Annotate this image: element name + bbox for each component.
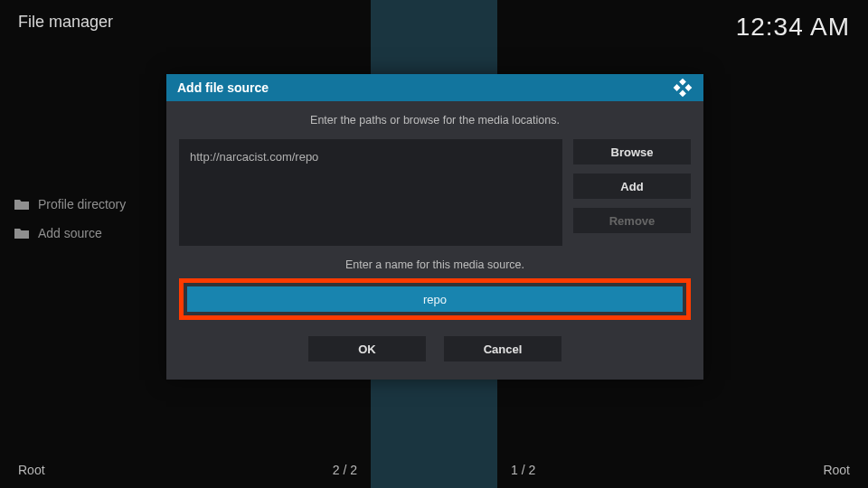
svg-rect-0 [679,79,686,86]
footer-count-right: 1 / 2 [511,463,535,477]
footer-count-left: 2 / 2 [333,463,357,477]
dialog-title: Add file source [177,80,269,95]
clock: 12:34 AM [736,13,850,42]
left-source-list: Profile directory Add source [0,190,140,248]
path-row: http://narcacist.com/repo Browse Add Rem… [179,139,691,246]
header-bar: File manager 12:34 AM [0,0,868,45]
svg-rect-3 [679,90,686,98]
left-item-profile-directory[interactable]: Profile directory [0,190,140,219]
media-source-name-input[interactable] [187,286,683,312]
ok-button[interactable]: OK [308,336,426,361]
left-item-label: Profile directory [38,197,126,211]
dialog-body: Enter the paths or browse for the media … [166,101,703,380]
add-file-source-dialog: Add file source Enter the paths or brows… [166,74,703,380]
path-side-buttons: Browse Add Remove [573,139,691,246]
footer-left-label: Root [18,463,45,477]
kodi-logo-icon [673,78,693,98]
page-title: File manager [18,13,113,32]
left-item-label: Add source [38,226,102,240]
dialog-instruction-paths: Enter the paths or browse for the media … [179,114,691,127]
folder-icon [14,228,29,239]
add-button[interactable]: Add [573,174,691,199]
svg-rect-2 [685,84,693,91]
path-input-value: http://narcacist.com/repo [190,150,318,164]
svg-rect-1 [674,84,681,91]
left-item-add-source[interactable]: Add source [0,219,140,248]
footer-right-label: Root [823,463,850,477]
browse-button[interactable]: Browse [573,139,691,164]
remove-button: Remove [573,208,691,233]
cancel-button[interactable]: Cancel [444,336,561,361]
name-input-highlight [179,278,691,320]
folder-icon [14,199,29,210]
dialog-action-buttons: OK Cancel [179,336,691,361]
footer-bar: Root 2 / 2 1 / 2 Root [0,463,868,477]
dialog-header: Add file source [166,74,703,101]
dialog-instruction-name: Enter a name for this media source. [179,258,691,271]
path-input[interactable]: http://narcacist.com/repo [179,139,562,246]
